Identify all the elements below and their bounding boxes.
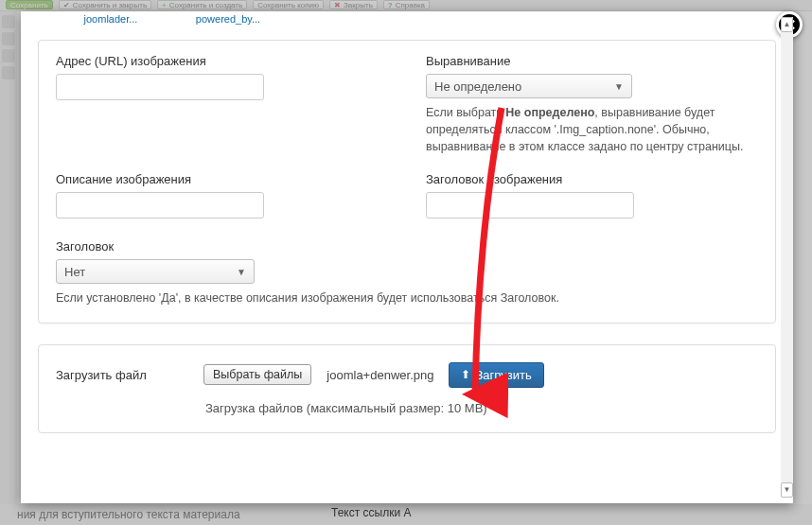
align-select[interactable]: Не определено ▼ xyxy=(426,74,632,98)
thumbnail-item[interactable]: powered_by... xyxy=(180,13,276,25)
description-label: Описание изображения xyxy=(56,172,388,186)
heading-select-value: Нет xyxy=(64,265,85,279)
align-help-text: Если выбрать Не определено, выравнивание… xyxy=(426,104,758,155)
scroll-up-icon: ▲ xyxy=(782,18,792,31)
upload-panel: Загрузить файл Выбрать файлы joomla+denw… xyxy=(38,344,776,433)
chevron-down-icon: ▼ xyxy=(614,81,624,92)
choose-files-button[interactable]: Выбрать файлы xyxy=(203,364,311,385)
chevron-down-icon: ▼ xyxy=(237,267,246,277)
upload-button[interactable]: ⬆ Загрузить xyxy=(449,362,543,388)
selected-file-name: joomla+denwer.png xyxy=(327,368,433,382)
thumbnail-label: powered_by... xyxy=(196,13,260,25)
upload-button-label: Загрузить xyxy=(475,368,531,382)
align-select-value: Не определено xyxy=(434,79,521,94)
heading-label: Заголовок xyxy=(56,239,758,254)
scroll-down-icon: ▼ xyxy=(782,483,792,497)
thumbnail-row: joomlader... powered_by... xyxy=(38,11,776,30)
title-input[interactable] xyxy=(426,192,634,219)
image-manager-modal: ✕ ▲ ▼ joomlader... powered_by... Адрес (… xyxy=(21,11,793,503)
upload-hint: Загрузка файлов (максимальный размер: 10… xyxy=(56,401,758,415)
upload-icon: ⬆ xyxy=(461,368,470,381)
modal-scrollbar[interactable]: ▲ ▼ xyxy=(781,17,793,498)
heading-select[interactable]: Нет ▼ xyxy=(56,259,255,284)
upload-label: Загрузить файл xyxy=(56,368,188,382)
url-input[interactable] xyxy=(56,74,264,100)
heading-help-text: Если установлено 'Да', в качестве описан… xyxy=(56,289,758,306)
thumbnail-item[interactable]: joomlader... xyxy=(62,13,159,25)
thumbnail-label: joomlader... xyxy=(84,13,138,25)
align-label: Выравнивание xyxy=(426,54,758,68)
image-properties-panel: Адрес (URL) изображения Выравнивание Не … xyxy=(38,40,776,324)
description-input[interactable] xyxy=(56,192,264,219)
url-label: Адрес (URL) изображения xyxy=(56,54,388,68)
title-label: Заголовок изображения xyxy=(426,172,758,186)
